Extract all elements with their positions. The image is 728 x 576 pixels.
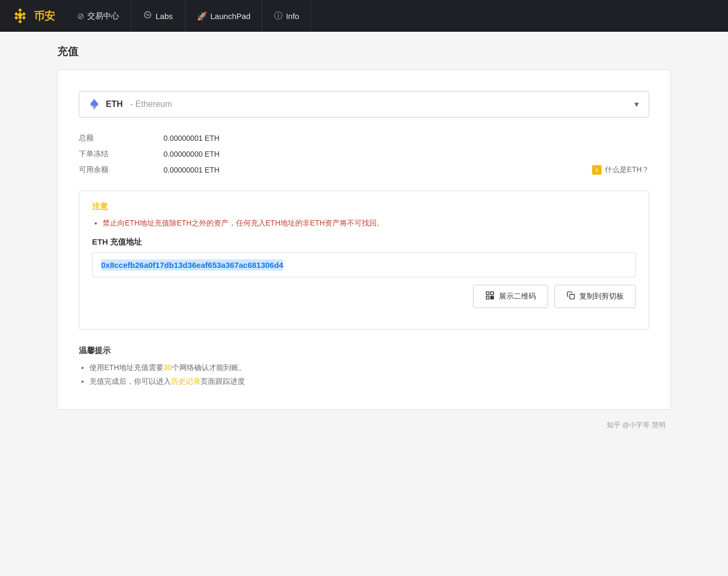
coin-symbol: ETH bbox=[106, 100, 123, 109]
tip0-before: 使用ETH地址充值需要 bbox=[89, 363, 163, 372]
show-qr-label: 展示二维码 bbox=[499, 292, 536, 301]
nav-launchpad-label: LaunchPad bbox=[211, 12, 251, 21]
nav-info-label: Info bbox=[286, 12, 299, 21]
svg-rect-18 bbox=[493, 296, 494, 298]
balance-row-total: 总额 0.00000001 ETH bbox=[79, 130, 649, 146]
coin-fullname: - Ethereum bbox=[130, 100, 172, 109]
address-label: ETH 充值地址 bbox=[92, 237, 636, 247]
svg-rect-15 bbox=[491, 292, 494, 295]
nav-trading[interactable]: ⊘ 交易中心 bbox=[66, 0, 131, 32]
binance-logo-icon bbox=[11, 6, 30, 25]
show-qr-button[interactable]: 展示二维码 bbox=[473, 285, 548, 308]
eth-address[interactable]: 0x8ccefb26a0f17db13d36eaf653a367ac681306… bbox=[101, 259, 283, 271]
notice-list: 禁止向ETH地址充值除ETH之外的资产，任何充入ETH地址的非ETH资产将不可找… bbox=[92, 217, 636, 229]
copy-button[interactable]: 复制到剪切板 bbox=[554, 285, 636, 308]
svg-rect-21 bbox=[570, 294, 575, 299]
action-buttons: 展示二维码 复制到剪切板 bbox=[92, 285, 636, 308]
labs-icon bbox=[143, 10, 152, 22]
nav-info[interactable]: ⓘ Info bbox=[262, 0, 311, 32]
tip0-after: 个网络确认才能到账。 bbox=[172, 363, 246, 372]
svg-rect-14 bbox=[486, 292, 489, 295]
address-box[interactable]: 0x8ccefb26a0f17db13d36eaf653a367ac681306… bbox=[92, 253, 636, 277]
tip0-highlight: 30 bbox=[163, 363, 172, 372]
balance-row-frozen: 下单冻结 0.00000000 ETH bbox=[79, 146, 649, 162]
brand-name: 币安 bbox=[34, 9, 55, 23]
frozen-value: 0.00000000 ETH bbox=[163, 150, 649, 158]
tips-title: 温馨提示 bbox=[79, 346, 649, 356]
watermark: 知乎 @小宇哥·慧明 bbox=[57, 420, 671, 430]
notice-item-0: 禁止向ETH地址充值除ETH之外的资产，任何充入ETH地址的非ETH资产将不可找… bbox=[103, 217, 636, 229]
svg-rect-17 bbox=[491, 296, 492, 298]
what-is-eth[interactable]: i 什么是ETH？ bbox=[592, 165, 649, 175]
info-icon: i bbox=[592, 165, 602, 175]
notice-box: 注意 禁止向ETH地址充值除ETH之外的资产，任何充入ETH地址的非ETH资产将… bbox=[79, 191, 649, 330]
what-is-eth-label: 什么是ETH？ bbox=[605, 165, 649, 175]
nav-labs[interactable]: Labs bbox=[131, 0, 185, 32]
history-link[interactable]: 历史记录 bbox=[171, 377, 201, 385]
nav-launchpad[interactable]: 🚀 LaunchPad bbox=[185, 0, 263, 32]
frozen-label: 下单冻结 bbox=[79, 149, 163, 159]
tip-item-0: 使用ETH地址充值需要30个网络确认才能到账。 bbox=[89, 361, 649, 374]
page-title: 充值 bbox=[57, 44, 671, 59]
total-label: 总额 bbox=[79, 133, 163, 143]
copy-icon bbox=[567, 291, 575, 302]
brand-logo[interactable]: 币安 bbox=[11, 6, 55, 25]
coin-selector[interactable]: ETH - Ethereum ▼ bbox=[79, 91, 649, 118]
balance-row-available: 可用余额 0.00000001 ETH i 什么是ETH？ bbox=[79, 162, 649, 178]
available-label: 可用余额 bbox=[79, 165, 163, 175]
page-container: 充值 ETH - Ethereum ▼ 总额 0.00000001 ETH bbox=[47, 32, 681, 443]
nav-labs-label: Labs bbox=[156, 12, 173, 21]
chevron-down-icon: ▼ bbox=[633, 100, 640, 109]
coin-info: ETH - Ethereum bbox=[88, 98, 172, 111]
available-value: 0.00000001 ETH bbox=[163, 166, 592, 174]
eth-icon bbox=[88, 98, 101, 111]
svg-rect-20 bbox=[493, 298, 494, 299]
tip-item-1: 充值完成后，你可以进入历史记录页面跟踪进度 bbox=[89, 375, 649, 388]
svg-marker-13 bbox=[94, 99, 98, 106]
address-section: ETH 充值地址 0x8ccefb26a0f17db13d36eaf653a36… bbox=[92, 237, 636, 308]
trading-icon: ⊘ bbox=[77, 11, 84, 21]
svg-rect-16 bbox=[486, 296, 489, 299]
tips-section: 温馨提示 使用ETH地址充值需要30个网络确认才能到账。 充值完成后，你可以进入… bbox=[79, 346, 649, 388]
svg-rect-19 bbox=[491, 298, 492, 299]
info-nav-icon: ⓘ bbox=[274, 11, 283, 22]
tip1-after: 页面跟踪进度 bbox=[201, 377, 245, 385]
qr-icon bbox=[485, 291, 495, 302]
copy-label: 复制到剪切板 bbox=[579, 292, 624, 301]
balance-section: 总额 0.00000001 ETH 下单冻结 0.00000000 ETH 可用… bbox=[79, 130, 649, 178]
tip1-before: 充值完成后，你可以进入 bbox=[89, 377, 171, 385]
total-value: 0.00000001 ETH bbox=[163, 134, 649, 142]
main-card: ETH - Ethereum ▼ 总额 0.00000001 ETH 下单冻结 … bbox=[57, 69, 671, 410]
notice-title: 注意 bbox=[92, 202, 636, 212]
navbar: 币安 ⊘ 交易中心 Labs 🚀 LaunchPad ⓘ Info bbox=[0, 0, 728, 32]
tips-list: 使用ETH地址充值需要30个网络确认才能到账。 充值完成后，你可以进入历史记录页… bbox=[79, 361, 649, 388]
launchpad-icon: 🚀 bbox=[197, 11, 207, 21]
nav-trading-label: 交易中心 bbox=[87, 11, 119, 21]
